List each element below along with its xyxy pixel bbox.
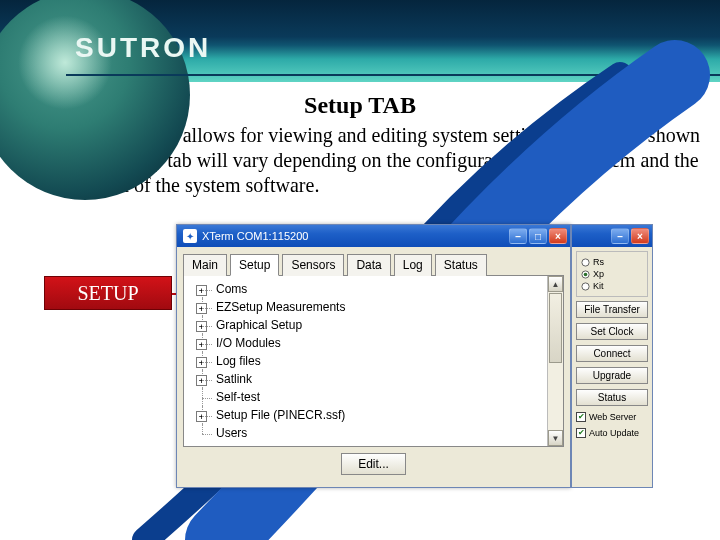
window-title: XTerm COM1:115200	[202, 230, 509, 242]
radio-xp[interactable]: Xp	[581, 269, 643, 279]
tree-item-label: Satlink	[216, 372, 252, 386]
checkbox-label: Auto Update	[589, 428, 639, 438]
tab-strip: MainSetupSensorsDataLogStatus	[177, 247, 570, 275]
tree-item[interactable]: +Coms	[192, 280, 543, 298]
side-titlebar[interactable]: – ×	[572, 225, 652, 247]
tree-item[interactable]: +EZSetup Measurements	[192, 298, 543, 316]
protocol-group: RsXpKit	[576, 251, 648, 297]
tree-item[interactable]: +Setup File (PINECR.ssf)	[192, 406, 543, 424]
setup-callout: SETUP	[44, 276, 172, 310]
tab-main[interactable]: Main	[183, 254, 227, 276]
close-button[interactable]: ×	[549, 228, 567, 244]
status-button[interactable]: Status	[576, 389, 648, 406]
tree-item[interactable]: +Self-test	[192, 388, 543, 406]
checkbox-label: Web Server	[589, 412, 636, 422]
expand-icon[interactable]: +	[196, 411, 207, 422]
brand-banner: SUTRON	[0, 0, 720, 82]
tree-item[interactable]: +I/O Modules	[192, 334, 543, 352]
tree-item-label: I/O Modules	[216, 336, 281, 350]
radio-label: Xp	[593, 269, 604, 279]
tree-item-label: Self-test	[216, 390, 260, 404]
set-clock-button[interactable]: Set Clock	[576, 323, 648, 340]
titlebar[interactable]: ✦ XTerm COM1:115200 – □ ×	[177, 225, 570, 247]
tree-item[interactable]: +Log files	[192, 352, 543, 370]
minimize-button[interactable]: –	[509, 228, 527, 244]
maximize-button[interactable]: □	[529, 228, 547, 244]
expand-icon[interactable]: +	[196, 303, 207, 314]
side-minimize-button[interactable]: –	[611, 228, 629, 244]
tree-item[interactable]: +Satlink	[192, 370, 543, 388]
scroll-up-button[interactable]: ▲	[548, 276, 563, 292]
tree-item-label: Graphical Setup	[216, 318, 302, 332]
expand-icon[interactable]: +	[196, 357, 207, 368]
side-panel: – × RsXpKit File TransferSet ClockConnec…	[571, 224, 653, 488]
vertical-scrollbar[interactable]: ▲ ▼	[547, 276, 563, 446]
upgrade-button[interactable]: Upgrade	[576, 367, 648, 384]
connect-button[interactable]: Connect	[576, 345, 648, 362]
edit-button[interactable]: Edit...	[341, 453, 406, 475]
radio-label: Rs	[593, 257, 604, 267]
scroll-track[interactable]	[548, 292, 563, 430]
app-icon: ✦	[183, 229, 197, 243]
setup-callout-label: SETUP	[77, 282, 138, 305]
svg-point-0	[582, 258, 589, 265]
svg-point-2	[584, 272, 588, 276]
tab-status[interactable]: Status	[435, 254, 487, 276]
side-buttons: File TransferSet ClockConnectUpgradeStat…	[576, 301, 648, 406]
svg-point-3	[582, 282, 589, 289]
side-close-button[interactable]: ×	[631, 228, 649, 244]
tree-item-label: EZSetup Measurements	[216, 300, 345, 314]
checkbox-icon: ✔	[576, 428, 586, 438]
radio-rs[interactable]: Rs	[581, 257, 643, 267]
brand-name: SUTRON	[75, 32, 211, 64]
settings-tree[interactable]: +Coms+EZSetup Measurements+Graphical Set…	[184, 276, 547, 446]
checkbox-icon: ✔	[576, 412, 586, 422]
tree-panel: +Coms+EZSetup Measurements+Graphical Set…	[183, 275, 564, 447]
tab-data[interactable]: Data	[347, 254, 390, 276]
scroll-down-button[interactable]: ▼	[548, 430, 563, 446]
expand-icon[interactable]: +	[196, 339, 207, 350]
xterm-window: ✦ XTerm COM1:115200 – □ × MainSetupSenso…	[176, 224, 571, 488]
expand-icon[interactable]: +	[196, 375, 207, 386]
tab-setup[interactable]: Setup	[230, 254, 279, 276]
tree-item-label: Log files	[216, 354, 261, 368]
checkbox-auto-update[interactable]: ✔Auto Update	[576, 428, 648, 438]
expand-icon[interactable]: +	[196, 321, 207, 332]
tree-item-label: Coms	[216, 282, 247, 296]
scroll-thumb[interactable]	[549, 293, 562, 363]
tab-sensors[interactable]: Sensors	[282, 254, 344, 276]
radio-kit[interactable]: Kit	[581, 281, 643, 291]
tree-item[interactable]: +Users	[192, 424, 543, 442]
tree-item[interactable]: +Graphical Setup	[192, 316, 543, 334]
expand-icon[interactable]: +	[196, 285, 207, 296]
file-transfer-button[interactable]: File Transfer	[576, 301, 648, 318]
tree-item-label: Setup File (PINECR.ssf)	[216, 408, 345, 422]
tab-log[interactable]: Log	[394, 254, 432, 276]
radio-label: Kit	[593, 281, 604, 291]
tree-item-label: Users	[216, 426, 247, 440]
checkbox-web-server[interactable]: ✔Web Server	[576, 412, 648, 422]
